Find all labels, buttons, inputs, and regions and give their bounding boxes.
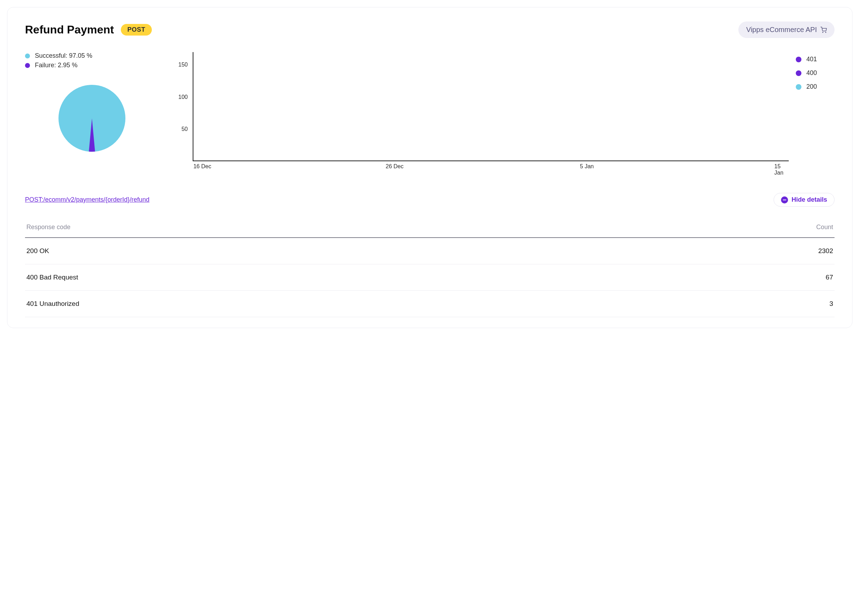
bar-chart: 50100150 16 Dec26 Dec5 Jan15 Jan — [173, 52, 789, 172]
y-tick: 150 — [171, 61, 188, 68]
hide-details-label: Hide details — [792, 196, 827, 203]
table-row: 400 Bad Request67 — [25, 264, 835, 291]
page-title: Refund Payment — [25, 23, 114, 36]
table-row: 401 Unauthorized3 — [25, 291, 835, 317]
minus-circle-icon: − — [781, 196, 788, 203]
api-endpoint-card: Refund Payment POST Vipps eCommerce API … — [7, 7, 852, 328]
col-count: Count — [622, 217, 835, 237]
x-tick: 26 Dec — [386, 163, 404, 170]
bar-column: 50100150 16 Dec26 Dec5 Jan15 Jan 401 400 — [173, 52, 835, 172]
pie-legend-failure: Failure: 2.95 % — [25, 61, 159, 69]
pie-legend-successful: Successful: 97.05 % — [25, 52, 159, 60]
bar-legend-200: 200 — [796, 83, 835, 90]
table-row: 200 OK2302 — [25, 237, 835, 264]
x-tick: 15 Jan — [774, 163, 784, 176]
response-code-table: Response code Count 200 OK2302400 Bad Re… — [25, 217, 835, 317]
api-product-chip[interactable]: Vipps eCommerce API — [738, 22, 835, 38]
response-code-cell: 401 Unauthorized — [25, 291, 622, 317]
response-code-cell: 400 Bad Request — [25, 264, 622, 291]
plot-area — [193, 52, 789, 161]
count-cell: 67 — [622, 264, 835, 291]
api-product-label: Vipps eCommerce API — [746, 26, 817, 34]
dot-icon — [796, 71, 802, 76]
count-cell: 3 — [622, 291, 835, 317]
count-cell: 2302 — [622, 237, 835, 264]
dot-icon — [25, 63, 30, 68]
details-header-row: POST:/ecomm/v2/payments/{orderId}/refund… — [25, 193, 835, 207]
x-tick: 16 Dec — [194, 163, 211, 170]
bar-legend-200-label: 200 — [807, 83, 817, 90]
y-tick: 50 — [171, 126, 188, 132]
response-code-cell: 200 OK — [25, 237, 622, 264]
dot-icon — [796, 57, 802, 62]
svg-point-0 — [822, 32, 823, 33]
pie-legend-successful-label: Successful: 97.05 % — [35, 52, 92, 60]
col-response-code: Response code — [25, 217, 622, 237]
dot-icon — [796, 84, 802, 90]
http-method-badge: POST — [121, 24, 151, 36]
bar-legend-401-label: 401 — [807, 56, 817, 63]
bar-legend: 401 400 200 — [789, 52, 835, 172]
y-tick: 100 — [171, 94, 188, 100]
svg-point-1 — [825, 32, 826, 33]
title-group: Refund Payment POST — [25, 23, 152, 36]
dot-icon — [25, 53, 30, 58]
pie-legend-failure-label: Failure: 2.95 % — [35, 61, 77, 69]
header-row: Refund Payment POST Vipps eCommerce API — [25, 22, 835, 38]
bar-legend-401: 401 — [796, 56, 835, 63]
bars-container — [194, 52, 789, 160]
endpoint-link[interactable]: POST:/ecomm/v2/payments/{orderId}/refund — [25, 196, 150, 203]
cart-icon — [821, 27, 827, 33]
hide-details-button[interactable]: − Hide details — [773, 193, 835, 207]
bar-legend-400: 400 — [796, 69, 835, 77]
pie-chart — [25, 83, 159, 154]
y-axis: 50100150 — [173, 52, 190, 161]
bar-legend-400-label: 400 — [807, 69, 817, 77]
pie-column: Successful: 97.05 % Failure: 2.95 % — [25, 52, 159, 172]
charts-row: Successful: 97.05 % Failure: 2.95 % 5010… — [25, 52, 835, 172]
x-axis: 16 Dec26 Dec5 Jan15 Jan — [193, 161, 789, 172]
x-tick: 5 Jan — [580, 163, 594, 170]
